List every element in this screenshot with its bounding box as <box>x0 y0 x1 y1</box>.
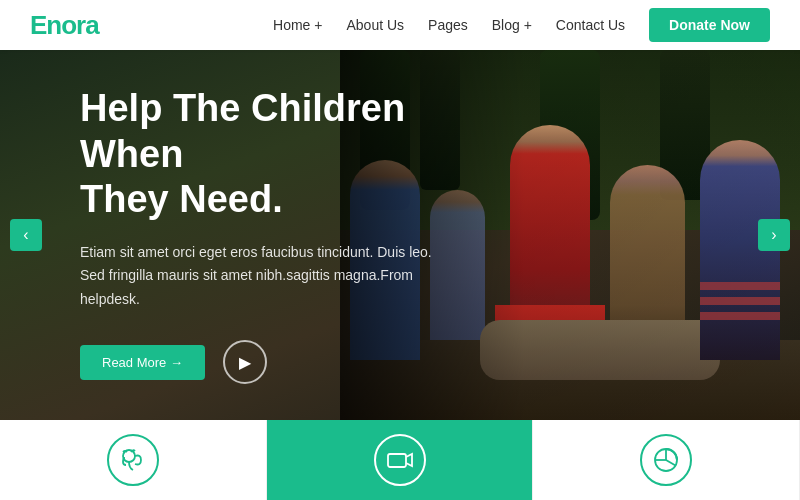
card-brain <box>0 420 267 500</box>
site-logo: Enora <box>30 10 99 41</box>
video-icon-circle <box>374 434 426 486</box>
svg-rect-1 <box>388 454 406 467</box>
hero-title-line1: Help The Children When <box>80 87 405 175</box>
nav-about[interactable]: About Us <box>346 17 404 33</box>
nav-contact[interactable]: Contact Us <box>556 17 625 33</box>
nav-blog[interactable]: Blog + <box>492 17 532 33</box>
chart-icon-circle <box>640 434 692 486</box>
hero-content: Help The Children When They Need. Etiam … <box>0 86 480 384</box>
card-video <box>267 420 534 500</box>
read-more-button[interactable]: Read More → <box>80 345 205 380</box>
hero-title-line2: They Need. <box>80 178 283 220</box>
hero-description: Etiam sit amet orci eget eros faucibus t… <box>80 241 440 312</box>
brain-icon-circle <box>107 434 159 486</box>
nav-pages[interactable]: Pages <box>428 17 468 33</box>
logo-text-first: En <box>30 10 61 40</box>
logo-highlight: ora <box>61 10 98 40</box>
carousel-next-button[interactable]: › <box>758 219 790 251</box>
feature-cards <box>0 420 800 500</box>
hero-section: ‹ Help The Children When They Need. Etia… <box>0 50 800 420</box>
hero-title: Help The Children When They Need. <box>80 86 480 223</box>
nav-home[interactable]: Home + <box>273 17 322 33</box>
main-nav: Home + About Us Pages Blog + Contact Us … <box>273 8 770 42</box>
play-icon: ▶ <box>239 353 251 372</box>
donate-button[interactable]: Donate Now <box>649 8 770 42</box>
play-button[interactable]: ▶ <box>223 340 267 384</box>
carousel-prev-button[interactable]: ‹ <box>10 219 42 251</box>
card-chart <box>533 420 800 500</box>
hero-actions: Read More → ▶ <box>80 340 480 384</box>
site-header: Enora Home + About Us Pages Blog + Conta… <box>0 0 800 50</box>
